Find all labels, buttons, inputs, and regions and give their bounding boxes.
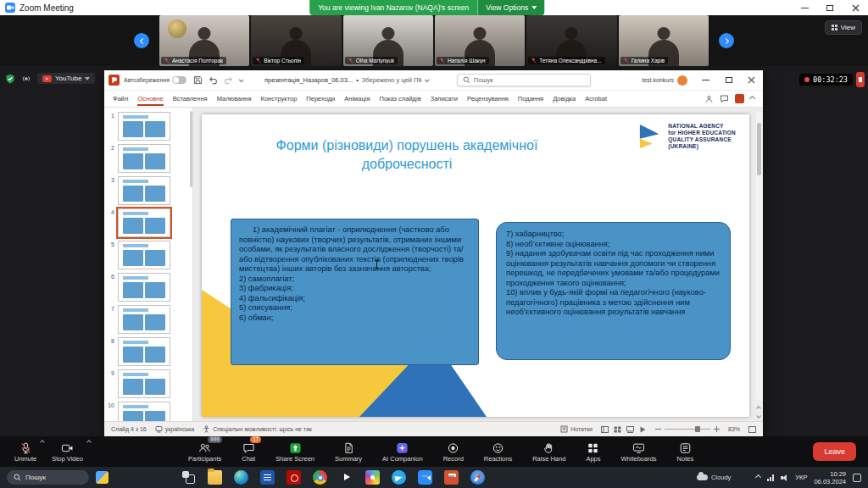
undo-icon[interactable]: [209, 75, 218, 85]
tab-draw[interactable]: Малювання: [217, 95, 252, 103]
language-indicator[interactable]: українська: [155, 425, 194, 433]
account-area[interactable]: test.konkurs: [642, 75, 687, 86]
record-button[interactable]: Record: [436, 436, 471, 467]
slide-thumbnail-selected[interactable]: 4: [107, 208, 192, 237]
participant-tile[interactable]: Olha Martynyuk: [343, 15, 433, 66]
browser-compass-icon[interactable]: [470, 470, 485, 485]
task-view-icon[interactable]: [181, 470, 196, 485]
maximize-button[interactable]: [817, 0, 843, 15]
slide-thumbnail[interactable]: 5: [107, 241, 192, 269]
slide-thumbnail[interactable]: 2: [107, 144, 192, 173]
saved-status[interactable]: Збережено у цей ПК: [362, 76, 428, 84]
redo-icon[interactable]: [224, 75, 233, 85]
tab-help[interactable]: Довідка: [553, 95, 576, 103]
volume-icon[interactable]: [781, 474, 788, 481]
close-button[interactable]: [843, 0, 868, 15]
next-slide-button[interactable]: [756, 413, 761, 419]
ppt-close-button[interactable]: [740, 70, 763, 91]
view-options-button[interactable]: View Options: [478, 0, 544, 15]
slide-thumbnail[interactable]: 3: [107, 176, 192, 205]
telegram-icon[interactable]: [392, 470, 406, 485]
unmute-button[interactable]: Unmute: [7, 436, 44, 467]
share-button[interactable]: [735, 94, 744, 103]
hidden-icons-chevron[interactable]: [755, 474, 761, 480]
file-explorer-icon[interactable]: [208, 470, 222, 485]
zoom-percentage[interactable]: 83%: [728, 426, 740, 432]
tab-acrobat[interactable]: Acrobat: [585, 95, 607, 103]
chrome-icon[interactable]: [313, 470, 327, 485]
ppt-minimize-button[interactable]: [694, 70, 717, 91]
tab-animations[interactable]: Анімація: [344, 95, 370, 103]
participant-tile[interactable]: Галина Харів: [619, 15, 709, 66]
raise-hand-button[interactable]: Raise Hand: [525, 436, 573, 467]
reading-view-icon[interactable]: [626, 426, 634, 433]
slide-thumbnail[interactable]: 9: [107, 369, 192, 398]
tab-design[interactable]: Конструктор: [261, 95, 298, 103]
slide-thumbnail[interactable]: 10: [107, 402, 192, 421]
widgets-icon[interactable]: [96, 471, 108, 484]
quick-access-chevron[interactable]: [239, 77, 244, 82]
comments-icon[interactable]: [720, 94, 729, 103]
office-search-box[interactable]: Пошук: [457, 74, 591, 86]
tab-review[interactable]: Рецензування: [467, 95, 509, 103]
scrollbar-thumb[interactable]: [757, 123, 761, 175]
participant-tile[interactable]: Анастасія Полторак: [159, 15, 249, 66]
naqa-logo[interactable]: NATIONAL AGENCY for HIGHER EDUCATION QUA…: [638, 123, 736, 150]
photos-icon[interactable]: [365, 470, 380, 485]
slide-thumbnail[interactable]: 8: [107, 337, 192, 366]
slide-canvas[interactable]: Форми (різновиди) порушень академічної д…: [202, 114, 749, 417]
recording-control-button[interactable]: [856, 72, 865, 87]
media-player-icon[interactable]: [339, 470, 353, 485]
zoom-in-button[interactable]: [714, 426, 720, 432]
taskbar-clock[interactable]: 10:29 06.03.2024: [814, 470, 846, 485]
slideshow-view-icon[interactable]: [639, 426, 647, 433]
slide-scrollbar[interactable]: [756, 111, 762, 401]
weather-widget[interactable]: Cloudy: [697, 474, 731, 481]
thumbnail-scrollbar[interactable]: [190, 111, 192, 187]
notification-center-icon[interactable]: [853, 474, 861, 482]
youtube-live-button[interactable]: YouTube: [37, 73, 95, 84]
chat-button[interactable]: Chat 17: [234, 436, 263, 467]
summary-button[interactable]: Summary: [327, 436, 370, 467]
tab-slideshow[interactable]: Показ слайдів: [379, 95, 420, 103]
share-screen-button[interactable]: Share Screen: [268, 436, 322, 467]
encryption-shield-icon[interactable]: [5, 74, 15, 84]
document-title-group[interactable]: презентація_Назаров_06.03... • Збережено…: [264, 76, 428, 84]
tab-transitions[interactable]: Переходи: [306, 95, 335, 103]
tab-view[interactable]: Подання: [518, 95, 543, 103]
video-options-chevron[interactable]: [86, 440, 92, 445]
normal-view-icon[interactable]: [601, 426, 609, 433]
presenter-coach-icon[interactable]: [704, 94, 714, 103]
taskbar-search[interactable]: Пошук: [7, 470, 89, 485]
tab-record[interactable]: Записати: [431, 95, 458, 103]
minimize-button[interactable]: [792, 0, 817, 15]
ribbon-collapse-chevron[interactable]: [749, 96, 755, 102]
slide-thumbnail[interactable]: 6: [107, 273, 192, 302]
zoom-slider-knob[interactable]: [695, 426, 700, 432]
tab-file[interactable]: Файл: [113, 95, 128, 103]
autosave-toggle[interactable]: [172, 76, 186, 84]
leave-button[interactable]: Leave: [813, 442, 856, 461]
next-participants-button[interactable]: [719, 33, 734, 48]
slide-thumbnail[interactable]: 7: [107, 305, 192, 334]
reactions-button[interactable]: Reactions: [476, 436, 520, 467]
participant-tile[interactable]: Віктор Стьопін: [251, 15, 341, 66]
acrobat-icon[interactable]: [287, 470, 301, 485]
slide-sorter-icon[interactable]: [614, 426, 621, 433]
slide-thumbnail[interactable]: 1: [107, 112, 192, 141]
view-button[interactable]: View: [825, 20, 862, 35]
participant-tile[interactable]: Тетяна Олександрівна...: [526, 15, 616, 66]
zoom-out-button[interactable]: [655, 429, 661, 430]
accessibility-checker[interactable]: Спеціальні можливості: щось не так: [203, 425, 312, 433]
fit-slide-icon[interactable]: [748, 426, 756, 433]
previous-participants-button[interactable]: [134, 33, 149, 48]
participants-button[interactable]: Participants 999: [181, 436, 229, 467]
word-icon[interactable]: [260, 470, 275, 485]
save-icon[interactable]: [193, 75, 203, 85]
notes-button[interactable]: Notes: [670, 436, 702, 467]
previous-slide-button[interactable]: [756, 406, 761, 411]
zoom-slider[interactable]: [665, 429, 710, 430]
right-text-box[interactable]: 7) хабарництво; 8) необ’єктивне оцінюван…: [496, 222, 731, 360]
notes-toggle[interactable]: Нотатки: [560, 425, 593, 433]
powerpoint-app-icon[interactable]: [444, 470, 459, 485]
